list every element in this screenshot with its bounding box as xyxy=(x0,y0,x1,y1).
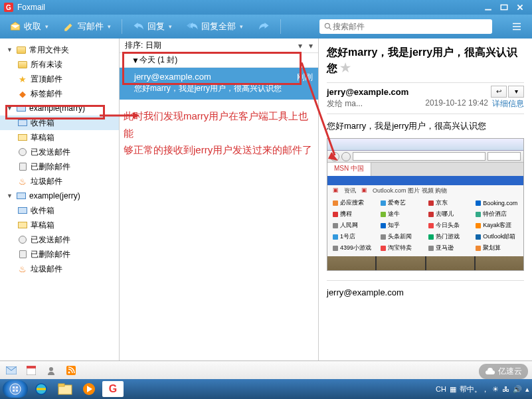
folder-label: 收件箱 xyxy=(31,205,54,216)
compose-button[interactable]: 写邮件▾ xyxy=(59,18,115,35)
inbox-icon xyxy=(18,207,27,214)
contacts-icon[interactable] xyxy=(45,364,57,376)
folder-spam-marry[interactable]: ♨垃圾邮件 xyxy=(0,174,119,189)
preview-body: 您好marry，我是jerry用户，很高兴认识您 xyxy=(327,120,524,133)
group-label: 今天 (1 封) xyxy=(139,54,177,66)
reply-button[interactable]: 回复▾ xyxy=(129,18,176,35)
folder-drafts-marry[interactable]: 草稿箱 xyxy=(0,130,119,145)
menu-button[interactable] xyxy=(507,18,527,35)
folder-deleted-marry[interactable]: 已删除邮件 xyxy=(0,159,119,174)
cloud-icon xyxy=(485,368,495,376)
sort-dropdown-icon[interactable]: ▾ ▾ xyxy=(298,41,313,50)
reply-icon[interactable]: ↩ xyxy=(491,86,507,98)
foxmail-icon[interactable]: G xyxy=(102,381,124,397)
title-bar: G Foxmail xyxy=(0,0,532,15)
close-button[interactable] xyxy=(512,2,528,13)
hamburger-icon xyxy=(511,21,523,33)
folder-spam-jerry[interactable]: ♨垃圾邮件 xyxy=(0,262,119,276)
explorer-icon[interactable] xyxy=(54,381,76,397)
reply-all-label: 回复全部 xyxy=(201,21,236,33)
more-icon[interactable]: ▾ xyxy=(508,86,524,98)
folder-label: 垃圾邮件 xyxy=(31,264,62,275)
folder-tree: ▼常用文件夹 所有未读 ★置顶邮件 ◆标签邮件 ▼example(marry) … xyxy=(0,39,120,360)
ie-icon[interactable] xyxy=(31,381,52,397)
folder-label: 所有未读 xyxy=(31,59,62,70)
toolbar: 收取▾ 写邮件▾ 回复▾ 回复全部▾ xyxy=(0,15,532,39)
receive-label: 收取 xyxy=(24,21,41,33)
ime-indicator[interactable]: CH xyxy=(436,385,446,393)
preview-to: 发给 ma... xyxy=(327,98,363,110)
fire-icon: ♨ xyxy=(17,176,28,187)
mail-subject: 您好marry，我是jerry用户，很高兴认识您 xyxy=(134,83,311,94)
trash-icon xyxy=(19,250,27,258)
tray-status: 帮中。， xyxy=(460,384,489,394)
reply-all-icon xyxy=(187,21,199,33)
minimize-button[interactable] xyxy=(480,2,496,13)
svg-point-16 xyxy=(49,367,53,371)
folder-inbox-marry[interactable]: 收件箱 xyxy=(0,116,119,130)
app-title: Foxmail xyxy=(17,3,480,12)
folder-label: 草稿箱 xyxy=(31,132,54,143)
tray-icon[interactable]: ▦ xyxy=(450,385,456,394)
account-marry[interactable]: ▼example(marry) xyxy=(0,101,119,116)
folder-label: 草稿箱 xyxy=(31,220,54,231)
star-icon[interactable]: ★ xyxy=(340,61,351,74)
folder-tags[interactable]: ◆标签邮件 xyxy=(0,86,119,101)
calendar-icon[interactable] xyxy=(25,364,37,376)
detail-link[interactable]: 详细信息 xyxy=(492,98,524,110)
sent-icon xyxy=(19,236,27,244)
watermark: 亿速云 xyxy=(479,364,528,379)
folder-label: 垃圾邮件 xyxy=(31,176,62,187)
embedded-screenshot: MSN 中国 ▣资讯 ▣Outlook.com 图片 视频 购物 必应搜索爱奇艺… xyxy=(327,138,524,271)
mail-time: 刚刚 xyxy=(297,72,313,83)
group-today[interactable]: ▼ 今天 (1 封) xyxy=(120,53,318,68)
mail-item[interactable]: jerry@example.com 刚刚 您好marry，我是jerry用户，很… xyxy=(120,68,318,100)
preview-footer: jerry@example.com xyxy=(327,280,524,297)
folder-sent-marry[interactable]: 已发送邮件 xyxy=(0,145,119,159)
drafts-icon xyxy=(18,134,27,141)
status-bar xyxy=(0,360,532,379)
reply-label: 回复 xyxy=(147,21,165,33)
sort-label: 排序: 日期 xyxy=(125,40,161,51)
account-label: example(marry) xyxy=(29,104,85,113)
star-icon: ★ xyxy=(17,74,28,84)
folder-label: 收件箱 xyxy=(31,118,54,129)
search-box[interactable] xyxy=(319,19,492,34)
folder-all-unread[interactable]: 所有未读 xyxy=(0,57,119,72)
folder-inbox-jerry[interactable]: 收件箱 xyxy=(0,203,119,218)
folder-common[interactable]: ▼常用文件夹 xyxy=(0,42,119,57)
svg-rect-15 xyxy=(27,366,36,368)
folder-label: 常用文件夹 xyxy=(29,44,69,56)
mail-icon[interactable] xyxy=(5,364,17,376)
account-jerry[interactable]: ▼example(jerry) xyxy=(0,189,119,203)
receive-button[interactable]: 收取▾ xyxy=(5,18,52,35)
annotation-text: 此时我们发现marry用户在客户端工具上也能 够正常的接收到jerry用户发送过… xyxy=(120,100,318,159)
envelope-open-icon xyxy=(9,21,21,33)
rss-icon[interactable] xyxy=(65,364,77,376)
start-button[interactable] xyxy=(3,380,28,398)
preview-date: 2019-10-12 19:42 xyxy=(425,98,488,110)
folder-deleted-jerry[interactable]: 已删除邮件 xyxy=(0,247,119,262)
reply-all-button[interactable]: 回复全部▾ xyxy=(183,18,247,35)
fire-icon: ♨ xyxy=(17,264,28,274)
reply-icon xyxy=(133,21,145,33)
media-player-icon[interactable] xyxy=(78,381,100,397)
forward-button[interactable] xyxy=(254,18,274,35)
search-input[interactable] xyxy=(333,22,488,31)
maximize-button[interactable] xyxy=(496,2,512,13)
mailbox-icon xyxy=(17,105,26,112)
show-hidden-icon[interactable]: ▴ xyxy=(525,385,529,394)
main: ▼常用文件夹 所有未读 ★置顶邮件 ◆标签邮件 ▼example(marry) … xyxy=(0,39,532,360)
app-icon: G xyxy=(4,3,13,12)
inbox-icon xyxy=(18,120,27,126)
tray-icon[interactable]: ☀ xyxy=(492,385,499,394)
account-label: example(jerry) xyxy=(29,191,80,200)
tray-icon[interactable]: 🖧 xyxy=(502,385,509,393)
pencil-icon xyxy=(63,21,75,33)
forward-icon xyxy=(258,21,270,33)
folder-drafts-jerry[interactable]: 草稿箱 xyxy=(0,218,119,232)
tray-icon[interactable]: 🔊 xyxy=(513,385,522,394)
sort-header[interactable]: 排序: 日期 ▾ ▾ xyxy=(120,39,318,53)
folder-sent-jerry[interactable]: 已发送邮件 xyxy=(0,232,119,247)
folder-pinned[interactable]: ★置顶邮件 xyxy=(0,72,119,86)
